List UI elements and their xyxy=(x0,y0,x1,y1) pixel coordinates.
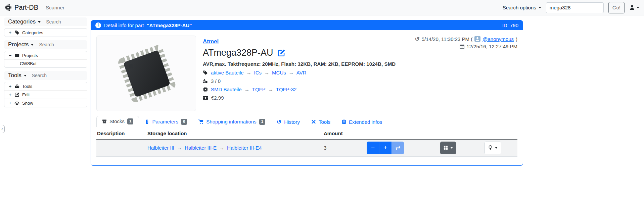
tools-tree: + Tools + Edit + Show xyxy=(4,82,87,107)
tag-icon xyxy=(203,70,208,75)
col-header-description: Description xyxy=(96,127,147,140)
projects-dropdown[interactable]: Projects xyxy=(8,41,34,48)
part-title: ATmega328P-AU xyxy=(203,48,273,58)
sidebar-item-show[interactable]: + Show xyxy=(4,99,87,107)
sidebar-collapse-handle[interactable]: ‹ xyxy=(0,125,5,133)
microchip-icon xyxy=(203,87,208,92)
category-link[interactable]: ICs xyxy=(244,70,262,75)
created-datetime: 12/25/16, 12:27:49 PM xyxy=(466,44,517,49)
tools-search-input[interactable] xyxy=(32,73,69,78)
tab-badge: 1 xyxy=(259,119,265,125)
caret-down-icon xyxy=(495,147,498,149)
user-avatar xyxy=(474,36,480,42)
categories-tree: + Categories xyxy=(4,28,87,37)
expand-toggle[interactable]: + xyxy=(8,92,12,97)
collapse-toggle[interactable]: − xyxy=(8,53,12,58)
modified-user-link[interactable]: @anonymous xyxy=(482,36,514,42)
lightbulb-icon xyxy=(488,145,493,150)
app-brand-label: Part-DB xyxy=(14,4,38,11)
global-search-input[interactable] xyxy=(546,2,604,13)
expand-toggle[interactable]: + xyxy=(8,100,12,106)
footprint-link[interactable]: TQFP xyxy=(242,87,266,92)
tree-item-label: Show xyxy=(22,101,33,106)
storage-location-link[interactable]: Halbleiter III-E xyxy=(174,145,217,151)
tab-badge: 0 xyxy=(181,119,187,125)
caret-down-icon xyxy=(38,21,41,23)
expand-toggle[interactable]: + xyxy=(8,30,12,35)
categories-dropdown[interactable]: Categories xyxy=(8,18,41,25)
part-tabs: Stocks 1 Parameters 0 Shopping informati… xyxy=(96,116,517,127)
category-link[interactable]: MCUs xyxy=(262,70,286,75)
header-part-name: "ATmega328P-AU" xyxy=(147,22,192,28)
top-navbar: Part-DB Scanner Search options Go! xyxy=(0,0,644,15)
nav-scanner-link[interactable]: Scanner xyxy=(46,5,64,10)
storage-location-link[interactable]: Halbleiter III-E4 xyxy=(217,145,262,151)
tab-tools[interactable]: Tools xyxy=(306,116,336,127)
category-link[interactable]: aktive Bauteile xyxy=(211,70,244,75)
manufacturer-link[interactable]: Atmel xyxy=(203,38,219,45)
decrease-stock-button[interactable]: − xyxy=(367,142,379,154)
app-brand[interactable]: Part-DB xyxy=(5,4,38,11)
caret-down-icon xyxy=(637,7,639,8)
ruler-icon xyxy=(145,119,149,124)
caret-down-icon xyxy=(450,147,453,149)
stock-amount-value: 3 xyxy=(323,139,366,156)
projects-panel-header: Projects xyxy=(4,40,87,49)
stock-row: Halbleiter III Halbleiter III-E Halbleit… xyxy=(96,139,517,156)
cart-icon xyxy=(198,119,203,124)
sidebar-item-categories[interactable]: + Categories xyxy=(4,29,87,37)
led-locate-dropdown-button[interactable] xyxy=(485,142,501,154)
part-detail-card: i Detail info for part "ATmega328P-AU" I… xyxy=(91,20,523,166)
history-icon: ↺ xyxy=(277,119,281,125)
archive-box-icon xyxy=(14,53,19,58)
part-description: AVR,max. Taktfrequenz: 20MHz, Flash: 32K… xyxy=(203,61,396,67)
categories-panel-header: Categories xyxy=(4,17,87,26)
projects-tree: − Projects CWSBot xyxy=(4,51,87,68)
tree-item-label: Edit xyxy=(22,92,30,97)
increase-stock-button[interactable]: + xyxy=(379,142,392,154)
footprint-link[interactable]: SMD Bauteile xyxy=(211,87,242,92)
sidebar-item-projects[interactable]: − Projects xyxy=(4,51,87,59)
label-dropdown-button[interactable] xyxy=(440,142,456,154)
tab-shopping-informations[interactable]: Shopping informations 1 xyxy=(193,116,271,127)
projects-search-input[interactable] xyxy=(39,42,76,47)
tools-dropdown[interactable]: Tools xyxy=(8,72,27,79)
grid-icon xyxy=(444,146,448,150)
search-options-dropdown[interactable]: Search options xyxy=(503,5,541,10)
user-menu-dropdown[interactable] xyxy=(629,5,639,10)
edit-icon xyxy=(14,92,19,97)
stock-description xyxy=(96,139,147,156)
stock-amount: 3 / 0 xyxy=(211,78,221,84)
move-stock-button[interactable]: ⇄ xyxy=(392,142,404,154)
part-id-badge: ID: 790 xyxy=(502,22,518,28)
footprint-link[interactable]: TQFP-32 xyxy=(266,87,297,92)
categories-search-input[interactable] xyxy=(46,19,83,24)
tree-item-label: Categories xyxy=(22,30,43,35)
tab-stocks[interactable]: Stocks 1 xyxy=(96,116,139,127)
sidebar-item-edit[interactable]: + Edit xyxy=(4,90,87,99)
chip-photo xyxy=(106,40,187,107)
tab-parameters[interactable]: Parameters 0 xyxy=(139,116,193,127)
last-modified-icon: ↺ xyxy=(415,36,419,42)
search-go-button[interactable]: Go! xyxy=(608,2,625,13)
tab-extended-infos[interactable]: Extended infos xyxy=(336,116,388,127)
footprint-breadcrumb: SMD Bauteile TQFP TQFP-32 xyxy=(211,87,296,92)
expand-toggle[interactable]: + xyxy=(8,84,12,89)
sidebar-item-tools[interactable]: + Tools xyxy=(4,82,87,90)
tab-history[interactable]: ↺ History xyxy=(271,116,306,127)
tools-icon xyxy=(311,119,316,124)
caret-down-icon xyxy=(539,7,541,8)
storage-location-link[interactable]: Halbleiter III xyxy=(147,145,174,151)
category-link[interactable]: AVR xyxy=(286,70,307,75)
exchange-icon: ⇄ xyxy=(395,144,400,152)
box-icon xyxy=(102,119,107,124)
sidebar-item-cwsbot[interactable]: CWSBot xyxy=(4,59,87,67)
edit-part-icon[interactable] xyxy=(278,49,285,57)
part-image-preview[interactable] xyxy=(96,36,196,111)
tree-item-label: Tools xyxy=(22,84,32,89)
info-circle-icon: i xyxy=(95,22,101,28)
money-bill-icon xyxy=(203,96,208,100)
stocks-table: Description Storage location Amount Halb… xyxy=(96,127,517,157)
part-price: €2.99 xyxy=(211,95,224,101)
caret-down-icon xyxy=(31,44,34,46)
